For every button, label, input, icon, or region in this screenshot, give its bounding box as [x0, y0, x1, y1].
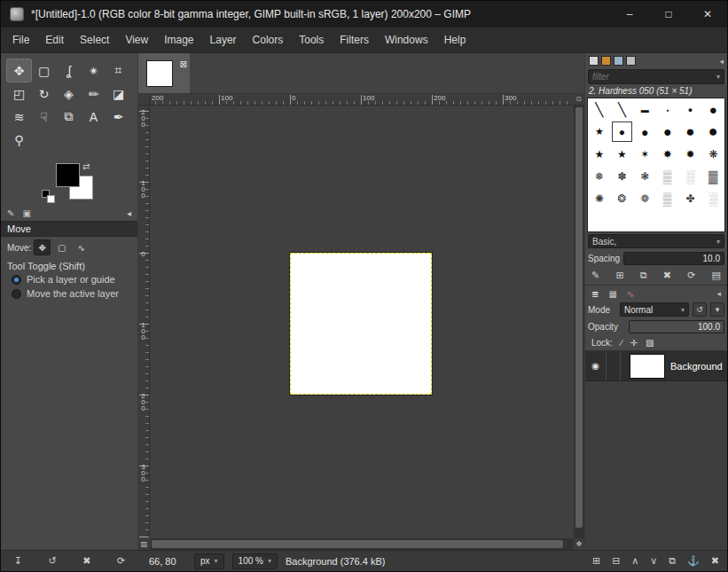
fuzzy-select-tool-icon[interactable]: ✴: [82, 59, 106, 82]
horizontal-scrollbar-thumb[interactable]: [152, 540, 563, 548]
crop-tool-icon[interactable]: ⌗: [106, 59, 130, 82]
document-history-tab-icon[interactable]: [626, 56, 636, 66]
brush-cell[interactable]: ✺: [588, 187, 611, 209]
minimize-button[interactable]: –: [610, 1, 649, 27]
unit-select[interactable]: px ▾: [194, 553, 224, 569]
layer-chain-cell[interactable]: [607, 351, 621, 380]
move-selection-button[interactable]: ▢: [53, 239, 70, 255]
brush-cell[interactable]: ╲: [588, 98, 611, 121]
quick-mask-toggle-icon[interactable]: ▨: [138, 538, 150, 550]
brush-cell[interactable]: ❃: [633, 165, 656, 187]
move-layer-button[interactable]: ✥: [34, 239, 51, 255]
brush-cell[interactable]: ▒: [656, 187, 679, 209]
brush-cell[interactable]: ●: [701, 98, 724, 121]
delete-brush-icon[interactable]: ✖: [663, 270, 671, 281]
mode-menu-button[interactable]: ▾: [710, 302, 724, 317]
layer-thumbnail[interactable]: [630, 354, 665, 379]
brush-cell[interactable]: ❂: [611, 187, 634, 209]
dock-collapse-icon[interactable]: ◂: [719, 57, 724, 66]
brush-cell[interactable]: ●: [701, 121, 724, 143]
channels-tab-icon[interactable]: ▦: [608, 289, 616, 299]
brush-cell[interactable]: ▒: [656, 165, 679, 187]
brush-cell[interactable]: ●: [679, 121, 702, 143]
brush-cell[interactable]: ★: [588, 143, 611, 165]
layer-visibility-eye-icon[interactable]: ◉: [585, 351, 607, 380]
lock-position-icon[interactable]: ✛: [630, 338, 638, 348]
brush-cell[interactable]: ▓: [701, 165, 724, 187]
brush-cell[interactable]: ✤: [679, 187, 702, 209]
zoom-follow-window-toggle-icon[interactable]: ⊡: [574, 94, 584, 106]
close-button[interactable]: ✕: [688, 1, 727, 27]
canvas-viewport[interactable]: [150, 106, 574, 538]
menu-edit[interactable]: Edit: [37, 27, 72, 52]
menu-help[interactable]: Help: [436, 27, 474, 52]
lock-alpha-icon[interactable]: ▨: [646, 338, 654, 348]
vertical-ruler[interactable]: 200 100 0 100 200 300: [138, 106, 150, 538]
menu-file[interactable]: File: [4, 27, 37, 52]
image-layer[interactable]: [290, 253, 432, 395]
default-colors-icon[interactable]: [42, 190, 55, 203]
menu-colors[interactable]: Colors: [245, 27, 292, 52]
duplicate-layer-icon[interactable]: ⧉: [669, 555, 676, 567]
ruler-corner[interactable]: [138, 94, 150, 106]
lock-pixels-icon[interactable]: ∕: [621, 338, 622, 348]
zoom-tool-icon[interactable]: ⚲: [7, 129, 31, 151]
open-brush-icon[interactable]: ▤: [712, 270, 721, 281]
brush-cell[interactable]: ●: [679, 98, 702, 121]
brush-cell[interactable]: ❅: [588, 165, 611, 187]
brush-cell[interactable]: ★: [588, 121, 611, 143]
brush-cell[interactable]: ╲: [611, 98, 634, 121]
menu-filters[interactable]: Filters: [332, 27, 377, 52]
brush-cell[interactable]: ✽: [611, 165, 634, 187]
swap-colors-icon[interactable]: ⇄: [82, 161, 90, 171]
brush-cell[interactable]: ✹: [679, 143, 702, 165]
new-layer-icon[interactable]: ⊞: [592, 555, 600, 567]
bucket-fill-tool-icon[interactable]: ◈: [57, 82, 81, 105]
move-path-button[interactable]: ∿: [73, 239, 90, 255]
pencil-tool-icon[interactable]: ✏: [82, 82, 106, 105]
brush-cell[interactable]: ●: [656, 98, 679, 121]
tool-options-tab-icon[interactable]: ✎: [7, 208, 14, 218]
delete-tool-preset-icon[interactable]: ✖: [82, 555, 90, 567]
fonts-tab-icon[interactable]: [614, 56, 623, 66]
brushes-tab-icon[interactable]: [589, 56, 599, 66]
menu-image[interactable]: Image: [156, 27, 201, 52]
horizontal-scrollbar[interactable]: [150, 538, 574, 550]
foreground-color-swatch[interactable]: [56, 163, 80, 187]
radio-move-active[interactable]: Move the active layer: [1, 286, 137, 301]
opacity-slider[interactable]: 100.0: [629, 320, 724, 333]
layer-row-background[interactable]: ◉ Background: [585, 351, 727, 381]
ink-tool-icon[interactable]: ✒: [106, 106, 130, 128]
maximize-button[interactable]: □: [649, 1, 688, 27]
rectangle-select-tool-icon[interactable]: ▢: [32, 59, 56, 82]
brush-tag-select[interactable]: Basic, ▾: [588, 234, 724, 248]
zoom-select[interactable]: 100 % ▾: [232, 553, 278, 569]
new-layer-group-icon[interactable]: ⊟: [612, 555, 620, 567]
radio-pick-layer[interactable]: Pick a layer or guide: [1, 272, 137, 286]
radio-pick-layer-control[interactable]: [12, 275, 21, 285]
paths-tab-icon[interactable]: ∿: [627, 289, 634, 299]
brush-cell[interactable]: ✶: [633, 143, 656, 165]
duplicate-brush-icon[interactable]: ⧉: [640, 270, 647, 281]
mode-switch-button[interactable]: ↺: [693, 302, 707, 317]
restore-tool-preset-icon[interactable]: ↺: [49, 555, 57, 567]
delete-layer-icon[interactable]: ✖: [711, 555, 719, 567]
brush-cell[interactable]: ●: [656, 121, 679, 143]
clone-tool-icon[interactable]: ⧉: [57, 106, 81, 128]
new-brush-icon[interactable]: ⊞: [615, 270, 623, 281]
spacing-slider[interactable]: 10.0: [623, 252, 724, 265]
image-tab-close-icon[interactable]: ⊠: [180, 59, 187, 69]
patterns-tab-icon[interactable]: [601, 56, 611, 66]
image-tab-thumbnail[interactable]: [146, 60, 173, 87]
align-tool-icon[interactable]: ◰: [7, 82, 31, 105]
move-tool-icon[interactable]: ✥: [7, 59, 31, 82]
menu-view[interactable]: View: [117, 27, 156, 52]
menu-windows[interactable]: Windows: [377, 27, 436, 52]
device-status-tab-icon[interactable]: ▣: [22, 208, 30, 218]
vertical-scrollbar[interactable]: [574, 106, 584, 538]
menu-select[interactable]: Select: [72, 27, 117, 52]
dock-collapse-icon[interactable]: ◂: [716, 289, 721, 298]
brush-cell[interactable]: ▬: [633, 98, 656, 121]
eraser-tool-icon[interactable]: ◪: [106, 82, 130, 105]
brush-cell[interactable]: ❋: [701, 143, 724, 165]
